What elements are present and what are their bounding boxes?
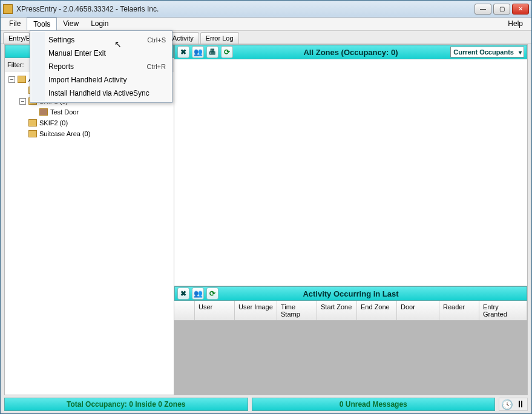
tab-entry-exit[interactable]: Entry/Exit: [3, 32, 30, 44]
col-door[interactable]: Door: [397, 301, 439, 320]
tools-dropdown-menu: Settings Ctrl+S Manual Enter Exit Report…: [30, 30, 172, 103]
col-start-zone[interactable]: Start Zone: [317, 301, 357, 320]
tree-node-test-door[interactable]: Test Door: [6, 107, 172, 117]
col-blank[interactable]: [174, 301, 195, 320]
activity-grid-body: [174, 321, 527, 395]
tree-node-suitcase[interactable]: Suitcase Area (0): [6, 128, 172, 139]
col-end-zone[interactable]: End Zone: [357, 301, 397, 320]
window-buttons: — ▢ ✕: [475, 4, 529, 15]
zones-header-bar: ✖ 👥 🖶 ⟳ All Zones (Occupancy: 0) Current…: [174, 45, 527, 59]
door-icon: [39, 108, 48, 116]
close-button[interactable]: ✕: [512, 4, 529, 15]
print-button[interactable]: 🖶: [206, 46, 218, 58]
menu-item-manual-enter-exit[interactable]: Manual Enter Exit: [31, 47, 171, 60]
filter-label: Filter:: [7, 61, 24, 68]
app-icon: [3, 4, 13, 14]
menu-item-label: Reports: [48, 62, 74, 71]
menu-file[interactable]: File: [3, 18, 27, 30]
menu-item-settings[interactable]: Settings Ctrl+S: [31, 33, 171, 47]
menu-item-reports[interactable]: Reports Ctrl+R: [31, 60, 171, 73]
occupants-dropdown[interactable]: Current Occupants: [450, 47, 524, 58]
occupants-view: [174, 59, 527, 286]
folder-icon: [28, 130, 37, 137]
col-timestamp[interactable]: Time Stamp: [277, 301, 317, 320]
status-occupancy: Total Occupancy: 0 Inside 0 Zones: [4, 398, 248, 411]
users-icon: 👥: [194, 289, 203, 298]
users-icon: 👥: [194, 48, 203, 56]
right-pane: ✖ 👥 🖶 ⟳ All Zones (Occupancy: 0) Current…: [174, 45, 527, 395]
menu-item-label: Import Handheld Activity: [48, 76, 126, 84]
status-icons: 🕓 ⏸: [499, 398, 528, 411]
print-icon: 🖶: [209, 48, 216, 56]
menu-bar: File Tools View Login Help: [1, 18, 531, 31]
app-window: XPressEntry - 2.0.4658.33342 - Telaeris …: [0, 0, 532, 414]
status-bar: Total Occupancy: 0 Inside 0 Zones 0 Unre…: [4, 398, 528, 411]
folder-icon: [18, 76, 26, 83]
menu-item-shortcut: Ctrl+R: [147, 63, 166, 70]
menu-item-label: Manual Enter Exit: [48, 49, 106, 58]
tree-label: Test Door: [50, 108, 79, 116]
col-user-image[interactable]: User Image: [235, 301, 277, 320]
refresh-button[interactable]: ⟳: [221, 46, 233, 58]
activity-grid-header: User User Image Time Stamp Start Zone En…: [174, 301, 527, 321]
refresh-icon: ⟳: [224, 48, 230, 56]
wrench-icon: ✖: [180, 48, 186, 56]
menu-help[interactable]: Help: [502, 18, 529, 30]
maximize-button[interactable]: ▢: [493, 4, 510, 15]
tree-node-skif2[interactable]: SKIF2 (0): [6, 117, 172, 128]
status-messages[interactable]: 0 Unread Messages: [252, 398, 496, 411]
menu-item-label: Settings: [48, 36, 74, 44]
tree-label: SKIF2 (0): [39, 119, 68, 126]
activity-header-bar: ✖ 👥 ⟳ Activity Occurring in Last: [174, 286, 527, 301]
col-entry-granted[interactable]: Entry Granted: [479, 301, 527, 320]
tools-button[interactable]: ✖: [177, 46, 189, 58]
users-button[interactable]: 👥: [192, 46, 204, 58]
menu-item-install-handheld[interactable]: Install Handheld via ActiveSync: [31, 87, 171, 100]
minimize-button[interactable]: —: [475, 4, 491, 15]
clock-icon[interactable]: 🕓: [501, 399, 513, 410]
menu-view[interactable]: View: [57, 18, 85, 30]
activity-refresh-button[interactable]: ⟳: [206, 288, 218, 300]
activity-title: Activity Occurring in Last: [175, 289, 527, 298]
refresh-icon: ⟳: [209, 289, 215, 298]
menu-item-import-handheld[interactable]: Import Handheld Activity: [31, 73, 171, 87]
tree-label: Suitcase Area (0): [39, 130, 90, 137]
col-user[interactable]: User: [195, 301, 235, 320]
menu-login[interactable]: Login: [85, 18, 114, 30]
collapse-icon[interactable]: –: [8, 76, 15, 83]
activity-users-button[interactable]: 👥: [192, 288, 204, 300]
activity-tools-button[interactable]: ✖: [177, 288, 189, 300]
folder-icon: [28, 119, 37, 126]
menu-item-label: Install Handheld via ActiveSync: [48, 89, 149, 97]
menu-item-shortcut: Ctrl+S: [147, 36, 166, 44]
pause-icon[interactable]: ⏸: [516, 399, 525, 410]
activity-pane: ✖ 👥 ⟳ Activity Occurring in Last User Us…: [174, 286, 527, 395]
zone-tree[interactable]: – All … Outside (0) – SKIF1 (0): [5, 71, 174, 395]
title-bar: XPressEntry - 2.0.4658.33342 - Telaeris …: [1, 1, 531, 18]
window-title: XPressEntry - 2.0.4658.33342 - Telaeris …: [16, 5, 475, 13]
wrench-icon: ✖: [180, 289, 186, 298]
col-reader[interactable]: Reader: [439, 301, 479, 320]
menu-tools[interactable]: Tools: [27, 18, 57, 30]
collapse-icon[interactable]: –: [19, 98, 26, 105]
tab-error-log[interactable]: Error Log: [200, 32, 239, 44]
